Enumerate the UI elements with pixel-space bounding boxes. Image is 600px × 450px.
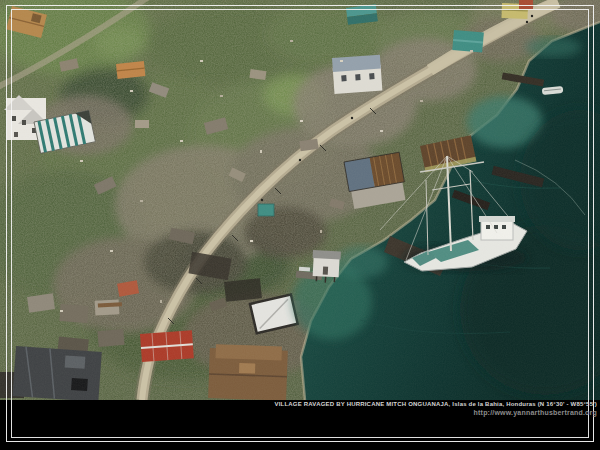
aerial-photo-svg: [0, 0, 600, 400]
caption-title: VILLAGE RAVAGED BY HURRICANE MITCH ONGUA…: [274, 401, 597, 408]
aerial-photo: [0, 0, 600, 400]
photo-grain-overlay: [0, 0, 600, 400]
wallpaper-stage: VILLAGE RAVAGED BY HURRICANE MITCH ONGUA…: [0, 0, 600, 450]
photo-caption: VILLAGE RAVAGED BY HURRICANE MITCH ONGUA…: [274, 401, 597, 416]
caption-url: http://www.yannarthusbertrand.org: [274, 409, 597, 416]
